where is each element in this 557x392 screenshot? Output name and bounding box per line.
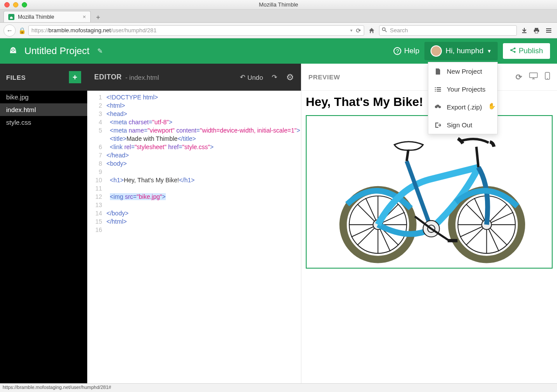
hamburger-menu[interactable] <box>544 26 554 35</box>
user-menu: New Project Your Projects Export (.zip) … <box>428 62 498 134</box>
svg-rect-4 <box>535 31 538 33</box>
code-editor[interactable]: 1 2 3 4 5 6 7 8 9 10 11 12 13 14 15 16 <… <box>87 91 301 234</box>
downloads-button[interactable] <box>519 26 529 35</box>
app-header: Untitled Project ✎ ? Help Hi, humphd ▼ N… <box>0 38 557 64</box>
status-url: https://bramble.mofostaging.net/user/hum… <box>3 385 111 390</box>
editor-header: EDITOR - index.html ↶ Undo ↷ ⚙ <box>87 64 301 91</box>
chevron-down-icon: ▼ <box>487 48 492 54</box>
lock-icon: 🔒 <box>18 27 26 34</box>
cursor-icon: ✋ <box>488 102 495 109</box>
menu-label: New Project <box>447 68 482 75</box>
menu-sign-out[interactable]: Sign Out <box>428 116 497 134</box>
code-content: <!DOCTYPE html> <html> <head> <meta char… <box>106 93 301 234</box>
undo-button[interactable]: ↶ Undo <box>240 73 263 81</box>
new-tab-button[interactable]: + <box>92 13 104 22</box>
back-button[interactable]: ← <box>3 24 16 37</box>
svg-point-7 <box>14 50 15 51</box>
search-icon <box>382 27 387 34</box>
window-titlebar: Mozilla Thimble <box>0 0 557 10</box>
menu-label: Export (.zip) <box>447 103 482 111</box>
list-icon <box>434 87 441 92</box>
svg-point-11 <box>514 51 516 53</box>
menu-label: Sign Out <box>447 121 472 129</box>
sign-out-icon <box>434 122 441 128</box>
settings-button[interactable]: ⚙ <box>286 72 294 82</box>
edit-title-button[interactable]: ✎ <box>97 47 103 55</box>
svg-line-51 <box>476 147 478 167</box>
window-close[interactable] <box>4 2 10 7</box>
editor-filename: - index.html <box>125 74 159 81</box>
svg-point-8 <box>13 51 14 51</box>
preview-header-label: PREVIEW <box>308 73 340 81</box>
editor-header-label: EDITOR <box>94 73 122 81</box>
favicon-icon <box>8 14 14 20</box>
svg-rect-12 <box>530 73 537 78</box>
menu-export-zip[interactable]: Export (.zip) ✋ <box>428 98 497 116</box>
svg-point-5 <box>11 50 12 51</box>
address-bar[interactable]: https://bramble.mofostaging.net/user/hum… <box>28 25 364 36</box>
reload-icon[interactable]: ⟳ <box>356 27 361 34</box>
tab-title: Mozilla Thimble <box>18 14 54 20</box>
project-title: Untitled Project <box>24 45 89 57</box>
publish-label: Publish <box>519 47 543 55</box>
files-panel: FILES + bike.jpg index.html style.css <box>0 64 87 383</box>
editor-panel: EDITOR - index.html ↶ Undo ↷ ⚙ 1 2 3 4 5… <box>87 64 301 383</box>
dropdown-arrow-icon[interactable]: ▾ <box>350 28 352 33</box>
search-placeholder: Search <box>390 27 408 34</box>
svg-point-0 <box>383 27 386 31</box>
thimble-logo-icon <box>7 44 19 58</box>
file-item-index-html[interactable]: index.html <box>0 103 87 116</box>
search-box[interactable]: Search <box>379 25 517 36</box>
svg-line-1 <box>385 30 386 32</box>
help-icon: ? <box>393 47 401 55</box>
refresh-preview-button[interactable]: ⟳ <box>516 72 523 82</box>
home-button[interactable] <box>367 26 376 35</box>
status-bar: https://bramble.mofostaging.net/user/hum… <box>0 383 557 392</box>
publish-button[interactable]: Publish <box>503 43 550 59</box>
menu-label: Your Projects <box>447 85 485 93</box>
preview-image <box>306 115 553 269</box>
url-host: bramble.mofostaging.net <box>48 27 111 34</box>
tab-close-icon[interactable]: × <box>82 14 86 20</box>
help-link[interactable]: ? Help <box>393 47 419 55</box>
file-item-bike-jpg[interactable]: bike.jpg <box>0 91 87 103</box>
browser-tab-strip: Mozilla Thimble × + <box>0 10 557 23</box>
help-label: Help <box>404 47 419 55</box>
window-title: Mozilla Thimble <box>0 1 557 8</box>
menu-new-project[interactable]: New Project <box>428 62 497 80</box>
svg-rect-48 <box>448 239 458 242</box>
add-file-button[interactable]: + <box>69 71 81 83</box>
file-item-style-css[interactable]: style.css <box>0 116 87 129</box>
mobile-view-button[interactable] <box>545 72 550 82</box>
svg-point-6 <box>13 49 14 50</box>
files-header-label: FILES <box>6 74 26 81</box>
browser-toolbar: ← 🔒 https://bramble.mofostaging.net/user… <box>0 23 557 38</box>
user-greeting: Hi, humphd <box>445 47 483 55</box>
menu-your-projects[interactable]: Your Projects <box>428 80 497 98</box>
print-button[interactable] <box>532 26 541 35</box>
window-minimize[interactable] <box>13 2 18 7</box>
desktop-view-button[interactable] <box>529 72 538 82</box>
svg-rect-2 <box>535 28 538 30</box>
share-icon <box>510 47 516 55</box>
url-path: /user/humphd/281 <box>111 27 157 34</box>
svg-point-10 <box>514 48 516 49</box>
svg-point-14 <box>547 78 548 79</box>
user-menu-button[interactable]: Hi, humphd ▼ New Project Your Projects <box>424 42 498 60</box>
window-maximize[interactable] <box>22 2 27 7</box>
url-scheme: https:// <box>31 27 48 34</box>
cloud-download-icon <box>434 105 441 110</box>
avatar <box>431 45 442 57</box>
redo-button[interactable]: ↷ <box>272 73 277 81</box>
browser-tab[interactable]: Mozilla Thimble × <box>3 11 91 22</box>
files-header: FILES + <box>0 64 87 91</box>
line-gutter: 1 2 3 4 5 6 7 8 9 10 11 12 13 14 15 16 <box>87 93 106 234</box>
file-icon <box>434 68 441 75</box>
